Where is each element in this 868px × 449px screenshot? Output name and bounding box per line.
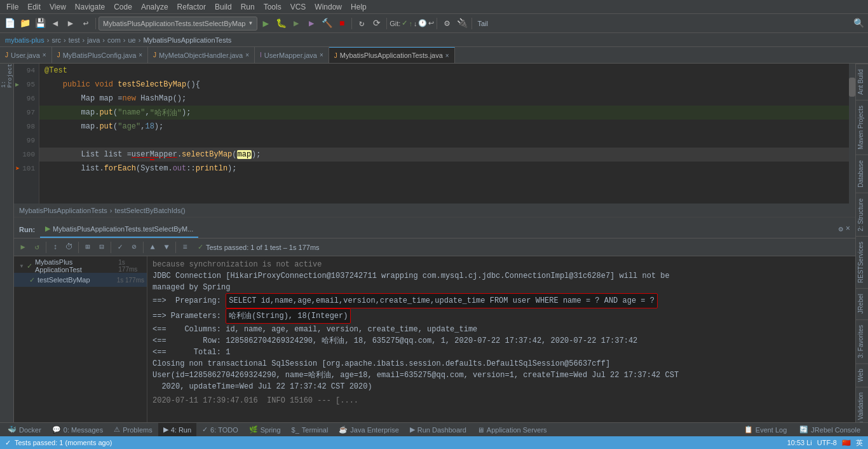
right-tab-maven[interactable]: Maven Projects [856,100,868,155]
menu-build[interactable]: Build [211,1,236,13]
right-tab-structure[interactable]: 2: Structure [856,193,868,237]
right-tab-jrebel[interactable]: JRebel [856,288,868,319]
git-history-btn[interactable]: 🕐 [418,19,427,27]
update-btn[interactable]: ↻ [355,17,369,31]
right-tab-favorites[interactable]: 3: Favorites [856,319,868,363]
close-icon[interactable]: × [846,224,850,234]
right-tab-web[interactable]: Web [856,363,868,387]
stop-btn[interactable]: ■ [335,17,349,31]
close-icon[interactable]: × [139,52,142,59]
menu-file[interactable]: File [3,1,22,13]
breadcrumb-mybatis[interactable]: mybatis-plus [5,36,44,44]
right-tab-bean[interactable]: Bean Validation [856,387,868,422]
close-icon[interactable]: × [43,52,46,59]
test-run-icon[interactable]: ▶ [15,81,19,88]
run-panel-tab[interactable]: ▶ MybatisPlusApplicationTests.testSelect… [40,221,198,238]
run-config-dropdown[interactable]: MybatisPlusApplicationTests.testSelectBy… [98,17,257,31]
bottom-tab-problems[interactable]: ⚠ Problems [109,423,157,436]
git-revert-btn[interactable]: ↩ [428,19,434,27]
build-btn[interactable]: 🔨 [320,17,334,31]
rerun-failed-btn[interactable]: ↺ [31,241,43,254]
breadcrumb-src[interactable]: src [51,36,61,44]
collapse-btn[interactable]: ⊟ [95,241,108,254]
bottom-tab-app-servers[interactable]: 🖥 Application Servers [472,423,552,436]
pass-icon: ✓ [198,243,203,251]
close-icon[interactable]: × [320,52,323,59]
code-content[interactable]: @Test public void testSelectByMap (){ [39,64,849,204]
up-btn[interactable]: ▲ [146,241,159,254]
run-with-coverage-btn[interactable]: ▶ [289,17,303,31]
tab-user-java[interactable]: J User.java × [0,47,52,63]
git-checkmark-btn[interactable]: ✓ [402,19,407,27]
search-everywhere-btn[interactable]: 🔍 [851,17,865,31]
tab-mybatisplusconfig[interactable]: J MyBatisPlusConfig.java × [52,47,148,63]
bottom-tab-jrebel-console[interactable]: 🔄 JRebel Console [794,425,865,434]
bottom-tab-run[interactable]: ▶ 4: Run [158,423,196,436]
menu-help[interactable]: Help [347,1,370,13]
code-breadcrumb-method[interactable]: testSelectByBatchIds() [114,207,185,214]
bottom-tab-messages[interactable]: 💬 0: Messages [47,423,108,436]
bottom-tab-java-enterprise[interactable]: ☕ Java Enterprise [334,423,403,436]
code-breadcrumb-class[interactable]: MybatisPlusApplicationTests [19,207,107,214]
open-btn[interactable]: 📁 [18,17,32,31]
down-btn[interactable]: ▼ [160,241,173,254]
back-btn[interactable]: ◀ [48,17,62,31]
console-output[interactable]: because synchronization is not active JD… [147,256,855,422]
profile-btn[interactable]: ▶ [304,17,318,31]
menu-window[interactable]: Window [311,1,346,13]
show-passed-btn[interactable]: ✓ [114,241,126,254]
menu-navigate[interactable]: Navigate [71,1,109,13]
reload-btn[interactable]: ⟳ [370,17,384,31]
menu-edit[interactable]: Edit [24,1,44,13]
new-file-btn[interactable]: 📄 [3,17,17,31]
tab-mymetaobjecthandler[interactable]: J MyMetaObjectHandler.java × [148,47,255,63]
menu-code[interactable]: Code [110,1,136,13]
bottom-tab-docker[interactable]: 🐳 Docker [3,423,46,436]
menu-run[interactable]: Run [237,1,259,13]
show-ignored-btn[interactable]: ⊘ [128,241,140,254]
menu-refactor[interactable]: Refactor [173,1,210,13]
right-tab-restservices[interactable]: RESTServices [856,236,868,288]
breadcrumb-test[interactable]: test [69,36,80,44]
save-btn[interactable]: 💾 [33,17,47,31]
breadcrumb-ue[interactable]: ue [128,36,135,44]
settings-icon[interactable]: ⚙ [839,224,843,234]
breadcrumb-com[interactable]: com [107,36,121,44]
rerun-btn[interactable]: ▶ [17,241,29,254]
bottom-tab-run-dashboard[interactable]: ▶ Run Dashboard [405,423,471,436]
settings-btn[interactable]: ⚙ [440,17,454,31]
test-root-item[interactable]: ▼ ✓ MybatisPlus ApplicationTest 1s 177ms [14,259,147,273]
test-child-item[interactable]: ✓ testSelectByMap 1s 177ms [14,273,147,287]
plugins-btn[interactable]: 🔌 [455,17,469,31]
bottom-tab-spring[interactable]: 🌿 Spring [244,423,286,436]
menu-analyze[interactable]: Analyze [137,1,172,13]
forward-btn[interactable]: ▶ [64,17,78,31]
tab-mybatisplusapptests[interactable]: J MybatisPlusApplicationTests.java × [329,47,455,63]
menu-vcs[interactable]: VCS [287,1,310,13]
menu-tools[interactable]: Tools [260,1,285,13]
bottom-tab-event-log[interactable]: 📋 Event Log [739,425,792,434]
run-btn[interactable]: ▶ [259,17,273,31]
breadcrumb-class[interactable]: MybatisPlusApplicationTests [143,36,231,44]
close-icon[interactable]: × [245,52,249,59]
menu-view[interactable]: View [46,1,70,13]
debug-btn[interactable]: 🐛 [274,17,288,31]
status-bar: ✓ Tests passed: 1 (moments ago) 10:53 Li… [0,436,868,449]
breadcrumb-java[interactable]: java [87,36,100,44]
right-tab-database[interactable]: Database [856,155,868,193]
sort-alpha-btn[interactable]: ↕ [49,241,62,254]
project-icon[interactable]: 1: Project [0,69,14,83]
tab-label: UserMapper.java [264,52,317,59]
expand-btn[interactable]: ⊞ [81,241,94,254]
git-settings-btn[interactable]: ↓ [414,20,417,27]
right-tab-ant-build[interactable]: Ant Build [856,64,868,100]
tab-usermapper[interactable]: I UserMapper.java × [255,47,329,63]
scroll-output-btn[interactable]: ≡ [179,241,191,254]
git-push-btn[interactable]: ↑ [409,20,412,27]
close-icon[interactable]: × [445,52,449,59]
bottom-tab-todo[interactable]: ✓ 6: TODO [197,423,243,436]
undo-btn[interactable]: ↩ [79,17,93,31]
sort-duration-btn[interactable]: ⏱ [63,241,76,254]
bottom-tab-terminal[interactable]: $_ Terminal [287,423,334,436]
editor-scrollbar[interactable] [849,64,855,204]
